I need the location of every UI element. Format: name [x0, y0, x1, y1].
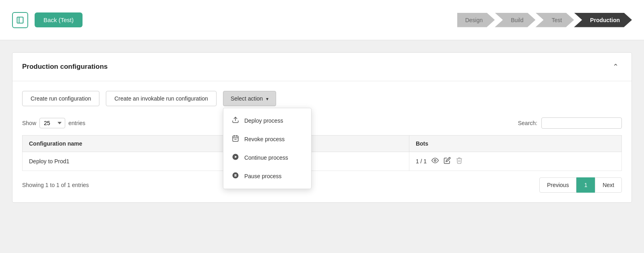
- pause-icon: [231, 172, 239, 181]
- top-bar: Back (Test) Design Build Test Production: [0, 0, 644, 40]
- create-invokable-run-button[interactable]: Create an invokable run configuration: [106, 91, 217, 106]
- card-title: Production configurations: [22, 63, 108, 71]
- search-input[interactable]: [541, 117, 622, 129]
- select-action-label: Select action: [231, 95, 263, 102]
- revoke-icon: [231, 135, 239, 144]
- svg-rect-11: [235, 174, 235, 177]
- show-entries: Show 10 25 50 100 entries: [22, 118, 85, 128]
- entries-label: entries: [68, 120, 85, 126]
- create-run-config-button[interactable]: Create run configuration: [22, 91, 99, 106]
- svg-rect-3: [233, 136, 238, 142]
- data-table: Configuration name Schedule ↕ Bots: [22, 135, 622, 171]
- edit-icon[interactable]: [444, 157, 451, 166]
- col-config-name-label: Configuration name: [29, 140, 82, 147]
- select-action-button[interactable]: Select action: [223, 91, 276, 106]
- table-row: Deploy to Prod1 1 / 1: [23, 152, 622, 171]
- production-config-card: Production configurations ⌃ Create run c…: [12, 52, 632, 203]
- dropdown-item-continue-label: Continue process: [244, 154, 288, 161]
- svg-rect-0: [17, 17, 23, 23]
- step-test: Test: [535, 13, 574, 27]
- row-actions: 1 / 1: [416, 157, 615, 166]
- progress-steps: Design Build Test Production: [457, 13, 632, 27]
- col-bots-label: Bots: [416, 140, 428, 147]
- main-content: Production configurations ⌃ Create run c…: [0, 40, 644, 215]
- next-button[interactable]: Next: [595, 177, 622, 193]
- table-footer: Showing 1 to 1 of 1 entries Previous 1 N…: [22, 177, 622, 193]
- col-config-name: Configuration name: [23, 136, 256, 152]
- back-button[interactable]: Back (Test): [35, 12, 83, 27]
- showing-text: Showing 1 to 1 of 1 entries: [22, 182, 89, 188]
- table-controls: Show 10 25 50 100 entries Search:: [22, 117, 622, 129]
- pagination: Previous 1 Next: [539, 177, 622, 193]
- action-dropdown-menu: Deploy process: [223, 108, 312, 189]
- step-label-design: Design: [457, 13, 495, 27]
- card-body: Create run configuration Create an invok…: [12, 81, 632, 202]
- continue-icon: [231, 153, 239, 162]
- actions-row: Create run configuration Create an invok…: [22, 91, 622, 106]
- cell-config-name: Deploy to Prod1: [23, 152, 256, 171]
- svg-point-10: [232, 173, 238, 179]
- step-label-production: Production: [574, 13, 632, 27]
- entries-select[interactable]: 10 25 50 100: [39, 118, 65, 128]
- svg-point-13: [434, 160, 436, 162]
- search-box: Search:: [518, 117, 622, 129]
- search-label: Search:: [518, 120, 537, 126]
- dropdown-item-pause[interactable]: Pause process: [223, 167, 311, 185]
- page-1-button[interactable]: 1: [576, 177, 595, 193]
- step-label-test: Test: [535, 13, 574, 27]
- sidebar-toggle[interactable]: [12, 12, 28, 28]
- step-design: Design: [457, 13, 495, 27]
- svg-rect-12: [235, 174, 236, 177]
- config-name-value: Deploy to Prod1: [29, 158, 69, 165]
- delete-icon[interactable]: [456, 157, 463, 166]
- table-header: Configuration name Schedule ↕ Bots: [23, 136, 622, 152]
- top-left: Back (Test): [12, 12, 83, 28]
- previous-button[interactable]: Previous: [539, 177, 576, 193]
- card-header: Production configurations ⌃: [12, 53, 632, 81]
- dropdown-item-deploy-label: Deploy process: [244, 117, 283, 124]
- step-production: Production: [574, 13, 632, 27]
- select-action-wrapper: Select action: [223, 91, 276, 106]
- table-body: Deploy to Prod1 1 / 1: [23, 152, 622, 171]
- view-icon[interactable]: [431, 157, 439, 166]
- cell-bots: 1 / 1: [409, 152, 621, 171]
- dropdown-item-deploy[interactable]: Deploy process: [223, 111, 311, 130]
- step-label-build: Build: [495, 13, 535, 27]
- chevron-down-icon: [266, 95, 268, 102]
- deploy-icon: [231, 116, 239, 125]
- col-bots: Bots: [409, 136, 621, 152]
- collapse-button[interactable]: ⌃: [609, 61, 622, 73]
- show-label: Show: [22, 120, 36, 126]
- dropdown-item-revoke[interactable]: Revoke process: [223, 130, 311, 148]
- bots-count: 1 / 1: [416, 158, 427, 165]
- dropdown-item-pause-label: Pause process: [244, 173, 282, 179]
- dropdown-item-revoke-label: Revoke process: [244, 136, 285, 142]
- dropdown-item-continue[interactable]: Continue process: [223, 148, 311, 167]
- step-build: Build: [495, 13, 535, 27]
